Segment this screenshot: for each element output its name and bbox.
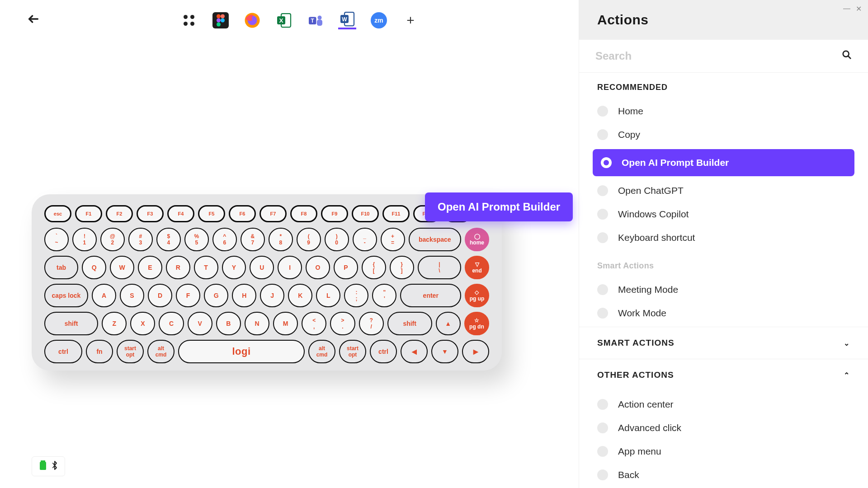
key-esc[interactable]: esc	[44, 205, 71, 222]
key-[interactable]: &7	[241, 228, 265, 251]
action-item[interactable]: Open ChatGPT	[579, 179, 868, 202]
key-[interactable]: ▽end	[465, 256, 489, 279]
app-tab-word[interactable]: W	[338, 11, 356, 29]
key-[interactable]: ▼	[431, 340, 458, 363]
search-icon[interactable]	[842, 50, 852, 62]
key-f1[interactable]: F1	[75, 205, 102, 222]
key-i[interactable]: I	[278, 256, 302, 279]
key-t[interactable]: T	[194, 256, 218, 279]
key-start[interactable]: startopt	[339, 340, 366, 363]
key-a[interactable]: A	[92, 284, 116, 307]
key-[interactable]: ^6	[212, 228, 237, 251]
key-[interactable]: _-	[353, 228, 377, 251]
search-input[interactable]	[595, 50, 842, 62]
key-start[interactable]: startopt	[117, 340, 144, 363]
key-f8[interactable]: F8	[290, 205, 317, 222]
key-space[interactable]: logi	[178, 340, 305, 363]
key-[interactable]: "'	[372, 284, 396, 307]
key-ctrl[interactable]: ctrl	[44, 340, 82, 363]
panel-scroll[interactable]: RECOMMENDEDHomeCopyOpen AI Prompt Builde…	[579, 73, 868, 488]
key-[interactable]: <,	[302, 312, 326, 335]
key-s[interactable]: S	[120, 284, 144, 307]
key-[interactable]: $4	[156, 228, 181, 251]
key-f3[interactable]: F3	[137, 205, 164, 222]
key-capslock[interactable]: caps lock	[44, 284, 88, 307]
action-item[interactable]: Copy	[579, 123, 868, 146]
key-shift[interactable]: shift	[44, 312, 98, 335]
action-item[interactable]: Meeting Mode	[579, 278, 868, 301]
key-[interactable]: ▲	[436, 312, 461, 335]
key-k[interactable]: K	[288, 284, 312, 307]
app-tab-teams[interactable]: T	[307, 11, 325, 29]
key-f5[interactable]: F5	[198, 205, 225, 222]
key-[interactable]: ◀	[401, 340, 428, 363]
key-f9[interactable]: F9	[321, 205, 348, 222]
app-tab-firefox[interactable]	[243, 11, 261, 29]
key-[interactable]: ◯home	[465, 228, 489, 251]
app-tab-excel[interactable]: X	[275, 11, 293, 29]
key-f2[interactable]: F2	[106, 205, 133, 222]
key-y[interactable]: Y	[222, 256, 246, 279]
key-f[interactable]: F	[176, 284, 200, 307]
key-o[interactable]: O	[306, 256, 330, 279]
action-item[interactable]: Keyboard shortcut	[579, 226, 868, 249]
key-[interactable]: #3	[128, 228, 153, 251]
key-[interactable]: *8	[269, 228, 293, 251]
window-minimize-icon[interactable]: —	[843, 5, 850, 13]
key-j[interactable]: J	[260, 284, 284, 307]
section-head[interactable]: SMART ACTIONS⌄	[579, 327, 868, 359]
key-alt[interactable]: altcmd	[308, 340, 335, 363]
key-[interactable]: @2	[100, 228, 125, 251]
key-[interactable]: {[	[362, 256, 386, 279]
key-h[interactable]: H	[232, 284, 256, 307]
key-alt[interactable]: altcmd	[147, 340, 175, 363]
app-tab-add[interactable]: +	[401, 11, 420, 29]
key-tab[interactable]: tab	[44, 256, 78, 279]
key-ctrl[interactable]: ctrl	[370, 340, 397, 363]
key-fn[interactable]: fn	[86, 340, 113, 363]
action-item[interactable]: Advanced click	[579, 416, 868, 440]
section-head[interactable]: OTHER ACTIONS⌃	[579, 359, 868, 391]
action-item[interactable]: Open AI Prompt Builder	[593, 149, 854, 176]
key-enter[interactable]: enter	[400, 284, 461, 307]
key-[interactable]: `~	[44, 228, 69, 251]
key-[interactable]: :;	[344, 284, 368, 307]
key-f4[interactable]: F4	[167, 205, 194, 222]
key-[interactable]: ☆pg dn	[464, 312, 489, 335]
key-u[interactable]: U	[250, 256, 274, 279]
back-button[interactable]	[27, 13, 40, 28]
key-[interactable]: ◇pg up	[465, 284, 489, 307]
key-n[interactable]: N	[245, 312, 269, 335]
key-p[interactable]: P	[334, 256, 358, 279]
key-e[interactable]: E	[138, 256, 162, 279]
key-f10[interactable]: F10	[352, 205, 379, 222]
key-q[interactable]: Q	[82, 256, 106, 279]
key-[interactable]: !1	[72, 228, 97, 251]
app-tab-figma[interactable]	[212, 11, 230, 29]
window-close-icon[interactable]: ✕	[856, 5, 862, 13]
action-item[interactable]: App menu	[579, 440, 868, 463]
key-v[interactable]: V	[188, 312, 212, 335]
key-m[interactable]: M	[273, 312, 298, 335]
key-[interactable]: >.	[330, 312, 355, 335]
action-item[interactable]: Windows Copilot	[579, 202, 868, 226]
key-f6[interactable]: F6	[229, 205, 256, 222]
action-item[interactable]: Home	[579, 99, 868, 123]
key-x[interactable]: X	[130, 312, 155, 335]
key-b[interactable]: B	[216, 312, 241, 335]
key-g[interactable]: G	[204, 284, 228, 307]
key-[interactable]: )0	[325, 228, 349, 251]
app-tab-grid[interactable]	[180, 11, 198, 29]
key-f7[interactable]: F7	[259, 205, 287, 222]
key-z[interactable]: Z	[102, 312, 127, 335]
key-[interactable]: |\	[418, 256, 462, 279]
app-tab-zoom[interactable]: zm	[370, 11, 388, 29]
key-[interactable]: ▶	[462, 340, 489, 363]
action-item[interactable]: Back	[579, 463, 868, 487]
action-item[interactable]: Work Mode	[579, 301, 868, 325]
key-shift[interactable]: shift	[387, 312, 432, 335]
key-r[interactable]: R	[166, 256, 190, 279]
key-l[interactable]: L	[316, 284, 340, 307]
key-c[interactable]: C	[159, 312, 184, 335]
key-[interactable]: ?/	[359, 312, 384, 335]
